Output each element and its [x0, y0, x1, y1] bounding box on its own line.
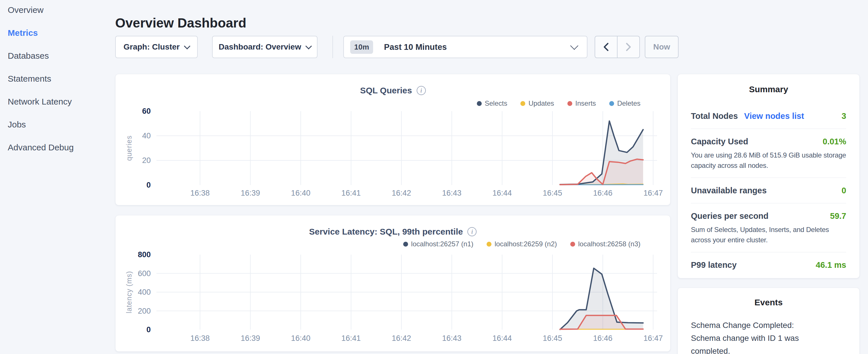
- time-range-selector[interactable]: 10m Past 10 Minutes: [343, 36, 587, 58]
- x-tick-label: 16:44: [492, 189, 512, 197]
- summary-row: Queries per second59.7: [691, 210, 846, 222]
- graph-dropdown[interactable]: Graph: Cluster: [115, 36, 198, 58]
- summary-divider: [691, 129, 846, 129]
- sidebar-item-metrics[interactable]: Metrics: [8, 28, 38, 38]
- summary-row-label: Unavailable ranges: [691, 186, 767, 195]
- summary-row: P99 latency46.1 ms: [691, 259, 846, 271]
- x-tick-label: 16:38: [190, 334, 210, 343]
- chevron-left-icon: [602, 42, 610, 52]
- time-step-forward-button[interactable]: [618, 36, 639, 58]
- chevron-right-icon: [625, 42, 632, 52]
- y-tick-label: 40: [142, 131, 151, 140]
- sql-queries-plot[interactable]: 020406016:3816:3916:4016:4116:4216:4316:…: [116, 74, 671, 206]
- summary-title: Summary: [678, 85, 859, 94]
- controls-divider: [333, 36, 333, 58]
- events-panel: Events Schema Change Completed: Schema c…: [677, 288, 860, 354]
- x-tick-label: 16:40: [291, 189, 311, 197]
- time-step-back-button[interactable]: [595, 36, 618, 58]
- x-tick-label: 16:47: [644, 334, 663, 343]
- sidebar-item-statements[interactable]: Statements: [8, 74, 51, 84]
- x-tick-label: 16:44: [492, 334, 512, 343]
- service-latency-plot[interactable]: 020040060080016:3816:3916:4016:4116:4216…: [116, 215, 671, 352]
- summary-row: Unavailable ranges0: [691, 185, 846, 196]
- chevron-down-icon: [570, 42, 578, 50]
- x-tick-label: 16:38: [190, 189, 210, 197]
- service-latency-chart-card: Service Latency: SQL, 99th percentile i …: [115, 215, 671, 352]
- x-tick-label: 16:45: [543, 334, 562, 343]
- sidebar-item-overview[interactable]: Overview: [8, 5, 43, 15]
- y-tick-label: 0: [147, 325, 151, 334]
- x-tick-label: 16:39: [241, 334, 260, 343]
- summary-row-caption: You are using 28.6 MiB of 515.9 GiB usab…: [691, 150, 846, 171]
- summary-row-label: Capacity Used: [691, 137, 748, 147]
- time-range-badge: 10m: [350, 40, 373, 54]
- sidebar-item-network-latency[interactable]: Network Latency: [8, 97, 72, 106]
- dashboard-dropdown-label: Dashboard: Overview: [219, 42, 301, 52]
- summary-row: Capacity Used0.01%: [691, 136, 846, 147]
- summary-panel: Summary Total NodesView nodes list3Capac…: [677, 74, 860, 279]
- summary-row-value: 59.7: [830, 212, 846, 221]
- y-tick-label: 800: [138, 250, 151, 259]
- graph-dropdown-label: Graph: Cluster: [124, 42, 180, 52]
- dashboard-dropdown[interactable]: Dashboard: Overview: [212, 36, 317, 58]
- summary-row-value: 0.01%: [823, 137, 846, 147]
- y-tick-label: 200: [138, 307, 151, 315]
- x-tick-label: 16:46: [593, 334, 613, 343]
- chevron-down-icon: [184, 43, 191, 50]
- y-tick-label: 0: [147, 181, 151, 189]
- summary-row: Total NodesView nodes list3: [691, 110, 846, 122]
- y-axis-label: latency (ms): [125, 271, 133, 313]
- view-nodes-list-link[interactable]: View nodes list: [744, 111, 804, 121]
- time-range-label: Past 10 Minutes: [384, 42, 447, 52]
- y-tick-label: 600: [138, 269, 151, 278]
- summary-divider: [691, 203, 846, 203]
- y-tick-label: 60: [142, 107, 151, 116]
- summary-divider: [691, 252, 846, 252]
- summary-row-value: 3: [842, 111, 846, 121]
- x-tick-label: 16:41: [341, 189, 361, 197]
- y-tick-label: 20: [142, 156, 151, 165]
- summary-divider: [691, 178, 846, 178]
- x-tick-label: 16:43: [442, 334, 462, 343]
- x-tick-label: 16:43: [442, 189, 462, 197]
- x-tick-label: 16:42: [392, 189, 411, 197]
- events-title: Events: [678, 297, 859, 307]
- chevron-down-icon: [306, 43, 312, 50]
- page-title: Overview Dashboard: [115, 15, 246, 31]
- x-tick-label: 16:42: [392, 334, 411, 343]
- x-tick-label: 16:40: [291, 334, 311, 343]
- sidebar-item-jobs[interactable]: Jobs: [8, 120, 26, 129]
- x-tick-label: 16:45: [543, 189, 562, 197]
- now-button[interactable]: Now: [645, 36, 679, 58]
- x-tick-label: 16:47: [644, 189, 663, 197]
- sidebar: OverviewMetricsDatabasesStatementsNetwor…: [0, 0, 109, 354]
- sql-queries-chart-card: SQL Queries i SelectsUpdatesInsertsDelet…: [115, 74, 671, 205]
- x-tick-label: 16:46: [593, 189, 613, 197]
- summary-row-label: Queries per second: [691, 212, 769, 221]
- event-message[interactable]: Schema Change Completed: Schema change w…: [691, 319, 823, 354]
- time-step-buttons: [595, 36, 640, 58]
- summary-row-caption: Sum of Selects, Updates, Inserts, and De…: [691, 225, 846, 245]
- summary-row-value: 46.1 ms: [816, 260, 846, 270]
- x-tick-label: 16:41: [341, 334, 361, 343]
- y-tick-label: 400: [138, 288, 151, 296]
- summary-row-label: P99 latency: [691, 260, 737, 270]
- now-button-label: Now: [653, 42, 670, 52]
- y-axis-label: queries: [125, 135, 133, 161]
- summary-row-label: Total Nodes: [691, 111, 738, 121]
- sidebar-item-databases[interactable]: Databases: [8, 51, 49, 61]
- summary-row-value: 0: [842, 186, 846, 195]
- x-tick-label: 16:39: [241, 189, 260, 197]
- sidebar-item-advanced-debug[interactable]: Advanced Debug: [8, 142, 74, 152]
